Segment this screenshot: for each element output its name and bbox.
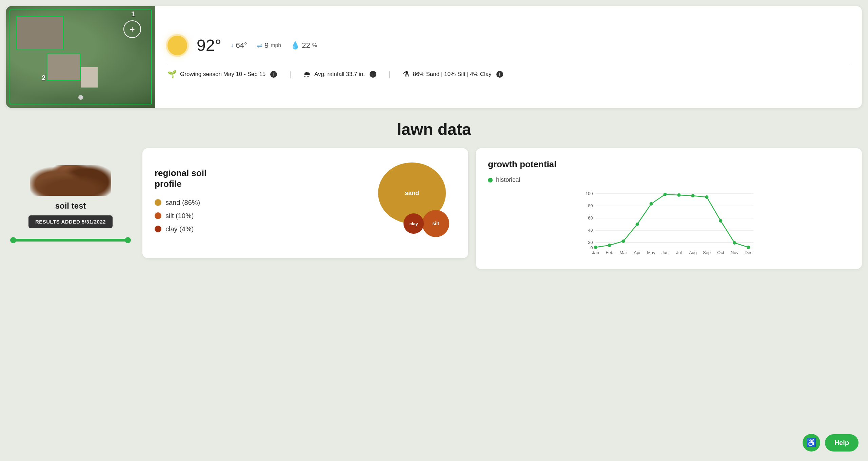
svg-point-14 [622,239,625,243]
historical-label: historical [496,176,520,184]
wind-display: ⇌ 9 mph [257,41,281,50]
progress-dot-right [125,237,131,243]
soil-test-label: soil test [55,201,86,211]
svg-text:60: 60 [588,215,593,220]
svg-text:May: May [647,250,655,255]
svg-text:Sep: Sep [703,250,711,255]
lawn-data-section: lawn data soil test RESULTS ADDED 5/31/2… [6,120,862,269]
progress-dot-left [10,237,16,243]
svg-text:Apr: Apr [634,250,641,255]
svg-text:40: 40 [588,228,593,233]
temperature-display: 92° [197,36,221,55]
weather-bottom: 🌱 Growing season May 10 - Sep 15 i | 🌧 A… [167,63,850,79]
growing-season-item: 🌱 Growing season May 10 - Sep 15 i [167,70,277,79]
soil-pile-graphic [30,165,111,196]
svg-point-18 [677,193,681,197]
clay-dot [155,226,161,232]
lawn-data-title: lawn data [6,120,862,139]
weather-top: 92° ↓ 64° ⇌ 9 mph 💧 22 % [167,36,850,63]
map-plus-button[interactable]: + [123,20,141,38]
legend-clay: clay (4%) [155,225,222,233]
soil-composition-label: 86% Sand | 10% Silt | 4% Clay [413,71,492,78]
separator-2: | [389,70,391,79]
soil-composition-item: ⚗ 86% Sand | 10% Silt | 4% Clay i [403,70,503,79]
sand-label: sand (86%) [165,199,200,207]
rainfall-info-badge[interactable]: i [370,71,376,78]
growth-potential-title: growth potential [488,159,850,170]
rain-icon: 💧 [291,41,300,50]
svg-text:Jul: Jul [676,250,682,255]
low-temp-display: ↓ 64° [231,41,247,50]
floating-buttons: ♿ Help [803,434,859,452]
sand-dot [155,199,161,206]
humidity-value: 22 [302,41,310,50]
svg-point-22 [733,241,736,245]
svg-text:Dec: Dec [745,250,753,255]
results-badge: RESULTS ADDED 5/31/2022 [28,215,113,228]
svg-text:20: 20 [588,240,593,245]
accessibility-button[interactable]: ♿ [803,434,820,452]
clay-label: clay (4%) [165,225,194,233]
map-building-2 [47,54,81,81]
soil-image [23,155,118,196]
map-dot [78,95,83,100]
svg-point-12 [594,246,597,249]
svg-text:Oct: Oct [717,250,724,255]
plant-icon: 🌱 [167,70,177,79]
sun-icon [167,36,187,55]
svg-text:Jan: Jan [592,250,599,255]
bubble-silt: silt [422,210,449,237]
growth-potential-card: growth potential historical 100 80 [476,148,862,269]
wind-speed-value: 9 [264,41,269,50]
svg-point-16 [650,202,653,206]
silt-dot [155,212,161,219]
legend-silt: silt (10%) [155,212,222,220]
top-section: 1 2 + 92° ↓ 64° ⇌ 9 mph [6,6,862,108]
soil-legend: regional soilprofile sand (86%) silt (10… [155,168,222,238]
wind-icon: ⇌ [257,41,262,50]
soil-icon: ⚗ [403,70,410,79]
svg-text:Jun: Jun [662,250,669,255]
arrow-down-icon: ↓ [231,42,234,49]
growing-season-info-badge[interactable]: i [270,71,277,78]
svg-text:Aug: Aug [689,250,697,255]
weather-panel: 92° ↓ 64° ⇌ 9 mph 💧 22 % 🌱 Gro [155,6,862,108]
rainfall-label: Avg. rainfall 33.7 in. [314,71,365,78]
soil-info-badge[interactable]: i [496,71,503,78]
map-building-1 [16,16,64,50]
svg-text:0: 0 [590,245,593,250]
bubble-clay: clay [403,213,424,234]
progress-bar-fill [13,239,128,242]
soil-visualization: sand silt clay [235,159,456,247]
humidity-display: 💧 22 % [291,41,317,50]
separator-1: | [289,70,291,79]
svg-point-21 [719,219,723,223]
help-button[interactable]: Help [825,434,859,452]
svg-point-15 [636,223,639,226]
growing-season-label: Growing season May 10 - Sep 15 [180,71,265,78]
legend-sand: sand (86%) [155,199,222,207]
svg-text:Nov: Nov [731,250,739,255]
rainfall-item: 🌧 Avg. rainfall 33.7 in. i [303,70,376,79]
growth-chart: 100 80 60 40 20 0 [488,190,850,258]
svg-text:Mar: Mar [619,250,627,255]
map-driveway [81,67,98,88]
map-label-2: 2 [42,74,45,82]
svg-text:Feb: Feb [606,250,613,255]
svg-point-13 [608,244,611,247]
svg-text:100: 100 [586,191,593,196]
map-label-1: 1 [131,10,135,18]
soil-profile-card: regional soilprofile sand (86%) silt (10… [142,148,468,258]
wind-unit: mph [271,42,281,49]
cards-row: soil test RESULTS ADDED 5/31/2022 region… [6,148,862,269]
humidity-unit: % [312,42,317,49]
soil-test-card: soil test RESULTS ADDED 5/31/2022 [6,148,135,248]
silt-label: silt (10%) [165,212,194,220]
svg-point-17 [664,193,667,196]
svg-point-19 [691,194,695,197]
growth-chart-svg: 100 80 60 40 20 0 [488,190,850,258]
progress-bar [13,239,128,242]
map-aerial: 1 2 + [6,6,155,108]
low-temp-value: 64° [236,41,247,50]
historical-dot [488,178,493,183]
